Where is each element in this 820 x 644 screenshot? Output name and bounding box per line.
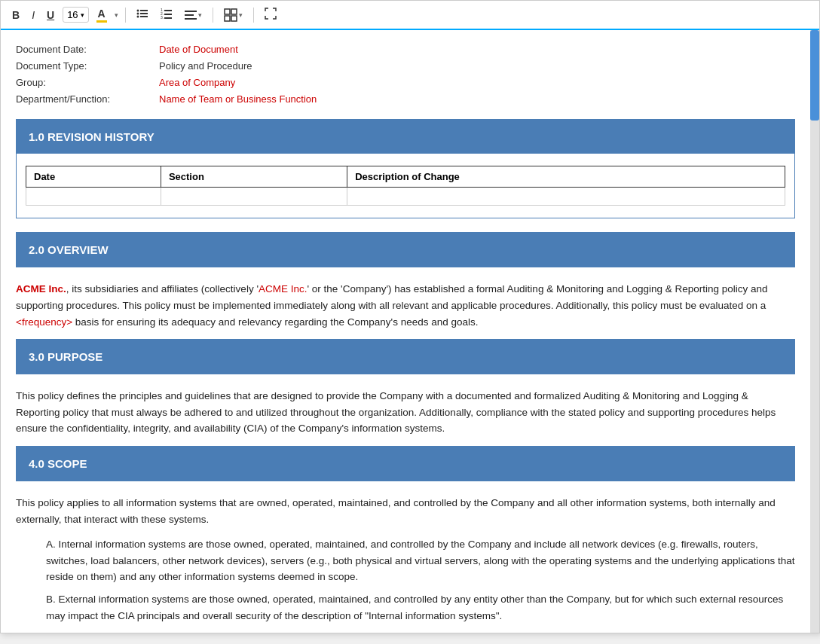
row1-description	[347, 188, 785, 206]
scrollbar-thumb[interactable]	[810, 30, 819, 121]
italic-button[interactable]: I	[28, 7, 38, 23]
font-color-letter: A	[98, 8, 106, 20]
section2-header: 2.0 OVERVIEW	[17, 233, 794, 267]
section-revision-history: 1.0 REVISION HISTORY Date Section Descri…	[16, 119, 795, 218]
svg-rect-12	[185, 11, 197, 12]
info-row-dept: Department/Function: Name of Team or Bus…	[16, 91, 795, 108]
revision-table: Date Section Description of Change	[26, 166, 785, 206]
col-description: Description of Change	[347, 166, 785, 188]
doc-dept-value: Name of Team or Business Function	[159, 91, 317, 108]
section-purpose: 3.0 PURPOSE	[16, 339, 795, 374]
fullscreen-button[interactable]	[261, 5, 280, 24]
document-info-table: Document Date: Date of Document Document…	[16, 41, 795, 108]
svg-rect-13	[185, 14, 194, 16]
table-chevron: ▾	[239, 11, 243, 19]
row1-date	[26, 188, 161, 206]
font-size-chevron: ▾	[81, 11, 84, 19]
doc-dept-label: Department/Function:	[16, 91, 144, 108]
separator-1	[125, 8, 126, 23]
ol-icon: 1. 2. 3.	[161, 8, 173, 20]
svg-rect-14	[185, 18, 197, 20]
doc-date-value: Date of Document	[159, 41, 238, 58]
svg-point-0	[136, 10, 139, 12]
svg-rect-7	[164, 10, 172, 11]
table-icon	[224, 8, 237, 22]
align-chevron: ▾	[198, 11, 202, 19]
document-content: Document Date: Date of Document Document…	[1, 30, 810, 633]
table-button[interactable]: ▾	[220, 6, 246, 24]
document-scroll-area[interactable]: Document Date: Date of Document Document…	[1, 30, 810, 633]
font-color-button[interactable]: A	[93, 6, 110, 24]
svg-rect-18	[231, 16, 237, 21]
svg-text:3.: 3.	[161, 15, 164, 20]
info-row-date: Document Date: Date of Document	[16, 41, 795, 58]
ordered-list-button[interactable]: 1. 2. 3.	[157, 5, 176, 24]
svg-rect-16	[231, 9, 237, 14]
section2-title: 2.0 OVERVIEW	[29, 243, 109, 256]
section-overview: 2.0 OVERVIEW	[16, 232, 795, 267]
section1-header: 1.0 REVISION HISTORY	[17, 120, 794, 154]
svg-rect-1	[140, 10, 148, 11]
section-scope: 4.0 SCOPE	[16, 446, 795, 481]
scrollbar-track[interactable]	[810, 30, 819, 633]
font-color-arrow[interactable]: ▾	[115, 11, 118, 19]
acme-inc-1: ACME Inc.	[16, 283, 66, 295]
section4-header: 4.0 SCOPE	[17, 447, 794, 481]
unordered-list-button[interactable]	[133, 5, 152, 24]
row1-section	[161, 188, 347, 206]
ul-icon	[136, 8, 148, 20]
acme-inc-2: ACME Inc.	[259, 283, 308, 295]
svg-point-4	[136, 16, 139, 18]
section1-title: 1.0 REVISION HISTORY	[29, 130, 155, 143]
section4-title: 4.0 SCOPE	[29, 457, 87, 470]
underline-button[interactable]: U	[43, 7, 58, 23]
font-size-value: 16	[67, 9, 78, 20]
toolbar: B I U 16 ▾ A ▾ 1.	[1, 1, 819, 30]
doc-type-label: Document Type:	[16, 58, 144, 75]
revision-table-wrapper: Date Section Description of Change	[17, 154, 794, 218]
bold-button[interactable]: B	[8, 7, 23, 23]
frequency-tag: <frequency>	[16, 316, 72, 328]
doc-group-label: Group:	[16, 75, 144, 91]
purpose-body-text: This policy defines the principles and g…	[16, 388, 795, 437]
svg-rect-9	[164, 14, 172, 15]
svg-rect-11	[164, 17, 172, 19]
svg-point-2	[136, 13, 139, 15]
align-button[interactable]: ▾	[181, 7, 206, 23]
scope-list: A. Internal information systems are thos…	[46, 536, 795, 624]
doc-type-value: Policy and Procedure	[159, 58, 252, 75]
scope-list-item-b: B. External information systems are thos…	[46, 591, 795, 624]
scope-list-item-a: A. Internal information systems are thos…	[46, 536, 795, 585]
font-color-bar	[96, 20, 107, 23]
separator-3	[253, 8, 254, 23]
section3-title: 3.0 PURPOSE	[29, 350, 102, 363]
align-icon	[185, 9, 197, 21]
section3-header: 3.0 PURPOSE	[17, 340, 794, 374]
svg-rect-3	[140, 13, 148, 14]
separator-2	[213, 8, 213, 23]
svg-rect-17	[225, 16, 230, 21]
scope-body-text: This policy applies to all information s…	[16, 495, 795, 527]
fullscreen-icon	[265, 8, 277, 20]
svg-rect-15	[225, 9, 230, 14]
table-row	[26, 188, 785, 206]
font-size-selector[interactable]: 16 ▾	[63, 7, 88, 23]
doc-group-value: Area of Company	[159, 75, 235, 91]
table-header-row: Date Section Description of Change	[26, 166, 785, 188]
svg-rect-5	[140, 16, 148, 17]
document-wrapper: Document Date: Date of Document Document…	[1, 30, 819, 633]
section1-content: Date Section Description of Change	[17, 154, 794, 218]
col-date: Date	[26, 166, 161, 188]
info-row-group: Group: Area of Company	[16, 75, 795, 91]
col-section: Section	[161, 166, 347, 188]
info-row-type: Document Type: Policy and Procedure	[16, 58, 795, 75]
overview-body-text: ACME Inc., its subsidiaries and affiliat…	[16, 281, 795, 330]
doc-date-label: Document Date:	[16, 41, 144, 58]
